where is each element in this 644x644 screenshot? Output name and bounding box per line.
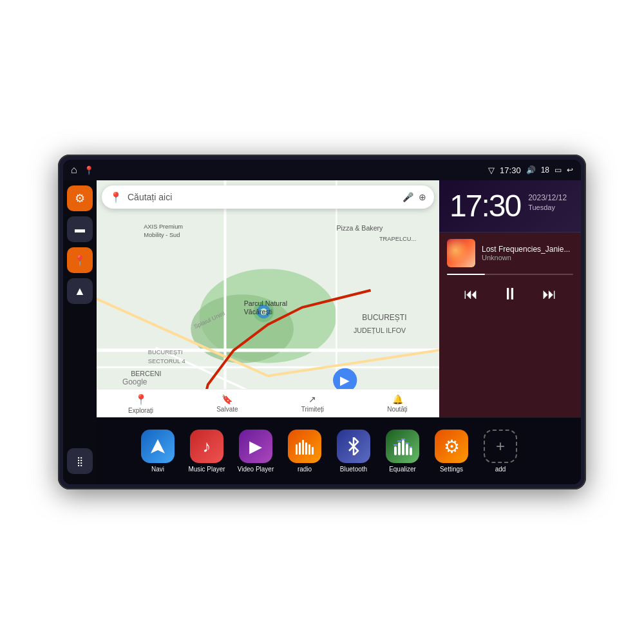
app-navi[interactable]: Navi: [135, 430, 180, 473]
app-grid: Navi ♪ Music Player ▶ Video Player: [97, 417, 581, 484]
back-icon[interactable]: ↩: [567, 166, 573, 175]
prev-button[interactable]: ⏮: [464, 286, 478, 303]
next-button[interactable]: ⏭: [542, 286, 556, 303]
svg-text:SECTORUL 4: SECTORUL 4: [148, 358, 185, 365]
clock-section: 17:30 2023/12/12 Tuesday: [439, 180, 581, 232]
progress-fill: [447, 274, 485, 275]
video-player-label: Video Player: [238, 466, 274, 473]
svg-rect-39: [410, 448, 412, 455]
svg-text:Văcărești: Văcărești: [244, 308, 272, 316]
explore-label: Explorați: [128, 407, 153, 414]
svg-rect-40: [393, 444, 397, 446]
svg-text:Google: Google: [122, 377, 147, 386]
share-label: Trimiteți: [301, 406, 324, 413]
svg-text:TRAPELCU...: TRAPELCU...: [379, 236, 416, 242]
svg-text:BUCUREȘTI: BUCUREȘTI: [362, 313, 406, 322]
music-title: Lost Frequencies_Janie...: [482, 245, 573, 254]
svg-rect-42: [401, 439, 405, 440]
updates-nav-item[interactable]: 🔔 Noutăți: [387, 394, 408, 413]
svg-text:JUDEȚUL ILFOV: JUDEȚUL ILFOV: [354, 327, 406, 334]
app-settings[interactable]: ⚙ Settings: [429, 430, 474, 473]
sidebar-settings-btn[interactable]: ⚙: [67, 185, 93, 211]
car-head-unit: ⌂ 📍 ▽ 17:30 🔊 18 ▭ ↩ ⚙ ▬: [58, 155, 586, 489]
nav-arrow-icon: ▲: [74, 285, 86, 298]
progress-bar-container[interactable]: [439, 274, 581, 275]
svg-rect-30: [299, 442, 301, 455]
svg-text:BERCENI: BERCENI: [131, 370, 161, 377]
svg-text:Mobility - Sud: Mobility - Sud: [144, 232, 180, 238]
music-section: Lost Frequencies_Janie... Unknown ⏮: [439, 232, 581, 417]
app-equalizer[interactable]: Equalizer: [380, 430, 425, 473]
app-bluetooth[interactable]: Bluetooth: [331, 430, 376, 473]
settings-icon: ⚙: [435, 430, 468, 463]
battery-icon: ▭: [554, 166, 562, 175]
svg-rect-38: [406, 444, 408, 455]
svg-text:Parcul Natural: Parcul Natural: [244, 299, 287, 307]
equalizer-icon: [386, 430, 419, 463]
search-input[interactable]: Căutați aici: [128, 192, 397, 202]
share-nav-item[interactable]: ↗ Trimiteți: [301, 394, 324, 413]
album-art-image: [447, 239, 475, 267]
video-player-icon: ▶: [239, 430, 272, 463]
music-artist: Unknown: [482, 254, 573, 261]
wifi-icon: ▽: [488, 166, 495, 175]
app-add[interactable]: + add: [478, 430, 523, 473]
settings-label: Settings: [440, 466, 463, 473]
explore-icon: 📍: [135, 393, 147, 406]
progress-bar: [447, 274, 573, 275]
album-art: [447, 239, 475, 267]
app-video-player[interactable]: ▶ Video Player: [233, 430, 278, 473]
mic-icon[interactable]: 🎤: [402, 192, 413, 202]
clock-date-line2: Tuesday: [528, 204, 567, 211]
layers-icon[interactable]: ⊕: [419, 192, 426, 202]
svg-text:▶: ▶: [340, 374, 350, 387]
status-bar: ⌂ 📍 ▽ 17:30 🔊 18 ▭ ↩: [63, 160, 581, 180]
clock-time: 17:30: [450, 191, 520, 222]
svg-rect-36: [398, 442, 401, 455]
sidebar-apps-btn[interactable]: ⣿: [67, 448, 93, 474]
right-panel: 17:30 2023/12/12 Tuesday: [439, 180, 581, 417]
grid-icon: ⣿: [77, 456, 83, 466]
screen: ⌂ 📍 ▽ 17:30 🔊 18 ▭ ↩ ⚙ ▬: [63, 160, 581, 484]
settings-icon: ⚙: [75, 191, 85, 205]
svg-text:BUCUREȘTI: BUCUREȘTI: [148, 349, 183, 355]
music-info: Lost Frequencies_Janie... Unknown: [439, 232, 581, 274]
svg-text:AXIS Premium: AXIS Premium: [144, 223, 183, 230]
map-bottom-nav: 📍 Explorați 🔖 Salvate ↗ Trimiteți: [97, 389, 439, 417]
map-icon[interactable]: 📍: [84, 166, 94, 175]
svg-rect-33: [308, 444, 310, 455]
svg-rect-35: [394, 446, 397, 455]
pause-button[interactable]: ⏸: [502, 284, 518, 304]
bluetooth-icon: [337, 430, 370, 463]
music-controls: ⏮ ⏸ ⏭: [439, 278, 581, 310]
app-radio[interactable]: radio: [282, 430, 327, 473]
navi-icon: [141, 430, 175, 463]
music-player-label: Music Player: [188, 466, 225, 473]
map-svg: ▶ BUCUREȘTI JUDEȚUL ILFOV BERCENI BUCURE…: [97, 180, 439, 417]
sidebar-map-btn[interactable]: 📍: [67, 247, 93, 273]
radio-icon: [288, 430, 321, 463]
add-label: add: [495, 466, 506, 473]
svg-rect-43: [405, 442, 409, 444]
svg-rect-32: [305, 442, 307, 455]
svg-rect-37: [402, 440, 404, 455]
svg-rect-41: [397, 440, 401, 442]
sidebar-nav-btn[interactable]: ▲: [67, 278, 93, 304]
map-pin-icon: 📍: [73, 254, 86, 267]
volume-icon: 🔊: [526, 166, 536, 175]
clock-date-line1: 2023/12/12: [528, 193, 567, 202]
svg-text:Pizza & Bakery: Pizza & Bakery: [336, 224, 383, 232]
home-icon[interactable]: ⌂: [71, 164, 77, 176]
left-sidebar: ⚙ ▬ 📍 ▲ ⣿: [63, 180, 97, 484]
sidebar-folder-btn[interactable]: ▬: [67, 216, 93, 242]
google-maps-icon: 📍: [109, 191, 122, 204]
map-search-bar[interactable]: 📍 Căutați aici 🎤 ⊕: [102, 185, 434, 209]
saved-nav-item[interactable]: 🔖 Salvate: [216, 394, 238, 413]
battery-level: 18: [541, 166, 549, 175]
explore-nav-item[interactable]: 📍 Explorați: [128, 393, 153, 414]
app-music-player[interactable]: ♪ Music Player: [184, 430, 229, 473]
map-section: ▶ BUCUREȘTI JUDEȚUL ILFOV BERCENI BUCURE…: [97, 180, 439, 417]
svg-rect-34: [312, 447, 314, 455]
svg-rect-31: [302, 440, 304, 455]
saved-label: Salvate: [216, 406, 238, 413]
